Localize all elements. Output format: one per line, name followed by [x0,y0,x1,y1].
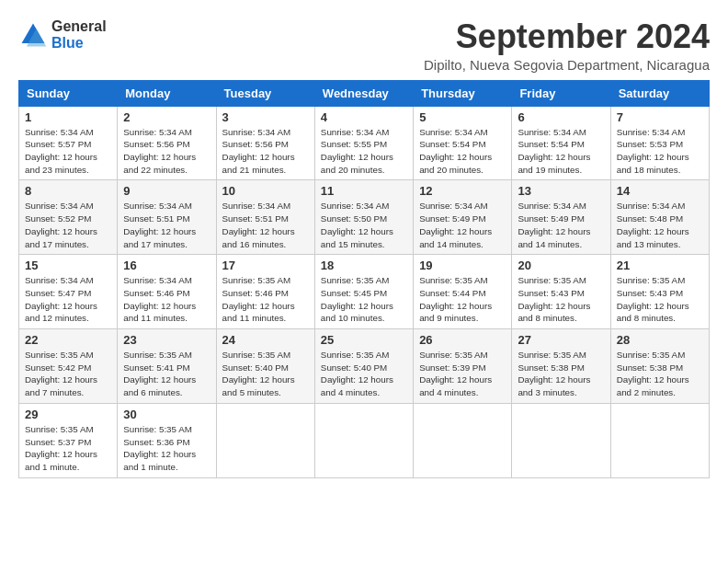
day-number: 8 [25,184,111,198]
day-info: Sunrise: 5:35 AMSunset: 5:42 PMDaylight:… [25,349,111,399]
day-info: Sunrise: 5:35 AMSunset: 5:41 PMDaylight:… [123,349,210,399]
day-number: 24 [222,333,309,347]
day-number: 20 [518,259,604,272]
day-number: 16 [123,259,210,272]
day-number: 11 [321,184,407,198]
header-saturday: Saturday [610,80,709,106]
day-number: 28 [617,333,703,347]
day-info: Sunrise: 5:35 AMSunset: 5:37 PMDaylight:… [25,423,111,474]
calendar-cell: 14Sunrise: 5:34 AMSunset: 5:48 PMDayligh… [610,180,709,255]
day-info: Sunrise: 5:34 AMSunset: 5:52 PMDaylight:… [25,200,111,250]
header-tuesday: Tuesday [216,80,314,106]
calendar-cell [314,403,413,477]
day-info: Sunrise: 5:35 AMSunset: 5:43 PMDaylight:… [518,274,604,325]
day-number: 10 [222,184,309,198]
day-info: Sunrise: 5:34 AMSunset: 5:54 PMDaylight:… [518,126,604,177]
header-sunday: Sunday [19,80,118,106]
day-info: Sunrise: 5:34 AMSunset: 5:53 PMDaylight:… [617,126,703,177]
day-number: 27 [518,333,604,347]
day-number: 2 [123,110,210,124]
calendar-cell: 16Sunrise: 5:34 AMSunset: 5:46 PMDayligh… [118,255,216,329]
calendar-cell: 6Sunrise: 5:34 AMSunset: 5:54 PMDaylight… [512,106,610,180]
day-info: Sunrise: 5:34 AMSunset: 5:46 PMDaylight:… [123,274,210,325]
logo-blue: Blue [51,35,107,52]
day-number: 7 [617,110,703,124]
day-info: Sunrise: 5:35 AMSunset: 5:36 PMDaylight:… [123,423,210,474]
calendar-cell: 17Sunrise: 5:35 AMSunset: 5:46 PMDayligh… [216,255,314,329]
calendar-cell [216,403,314,477]
day-number: 5 [419,110,506,124]
day-number: 23 [123,333,210,347]
calendar-cell: 9Sunrise: 5:34 AMSunset: 5:51 PMDaylight… [118,180,216,255]
day-number: 21 [617,259,703,272]
day-number: 18 [321,259,407,272]
logo-general: General [51,18,107,35]
header-thursday: Thursday [414,80,512,106]
title-block: September 2024 Dipilto, Nueva Segovia De… [424,18,710,73]
calendar-cell [414,403,512,477]
day-info: Sunrise: 5:34 AMSunset: 5:57 PMDaylight:… [25,126,111,177]
day-info: Sunrise: 5:34 AMSunset: 5:51 PMDaylight:… [123,200,210,250]
calendar-cell: 19Sunrise: 5:35 AMSunset: 5:44 PMDayligh… [414,255,512,329]
day-number: 1 [25,110,111,124]
day-number: 9 [123,184,210,198]
day-number: 26 [419,333,506,347]
calendar-cell: 3Sunrise: 5:34 AMSunset: 5:56 PMDaylight… [216,106,314,180]
day-number: 29 [25,408,111,421]
day-info: Sunrise: 5:35 AMSunset: 5:44 PMDaylight:… [419,274,506,325]
day-info: Sunrise: 5:34 AMSunset: 5:47 PMDaylight:… [25,274,111,325]
calendar-cell [610,403,709,477]
calendar-cell: 13Sunrise: 5:34 AMSunset: 5:49 PMDayligh… [512,180,610,255]
day-info: Sunrise: 5:34 AMSunset: 5:56 PMDaylight:… [222,126,309,177]
calendar-week-1: 1Sunrise: 5:34 AMSunset: 5:57 PMDaylight… [19,106,710,180]
calendar-cell: 11Sunrise: 5:34 AMSunset: 5:50 PMDayligh… [314,180,413,255]
day-number: 14 [617,184,703,198]
calendar-cell: 12Sunrise: 5:34 AMSunset: 5:49 PMDayligh… [414,180,512,255]
day-info: Sunrise: 5:34 AMSunset: 5:56 PMDaylight:… [123,126,210,177]
logo-icon [18,20,48,50]
page-header: General Blue September 2024 Dipilto, Nue… [18,18,710,73]
calendar-cell [512,403,610,477]
day-info: Sunrise: 5:35 AMSunset: 5:40 PMDaylight:… [222,349,309,399]
day-number: 12 [419,184,506,198]
calendar-cell: 18Sunrise: 5:35 AMSunset: 5:45 PMDayligh… [314,255,413,329]
calendar-cell: 4Sunrise: 5:34 AMSunset: 5:55 PMDaylight… [314,106,413,180]
day-number: 22 [25,333,111,347]
calendar-week-5: 29Sunrise: 5:35 AMSunset: 5:37 PMDayligh… [19,403,710,477]
day-info: Sunrise: 5:34 AMSunset: 5:54 PMDaylight:… [419,126,506,177]
calendar-cell: 10Sunrise: 5:34 AMSunset: 5:51 PMDayligh… [216,180,314,255]
day-number: 3 [222,110,309,124]
calendar-cell: 23Sunrise: 5:35 AMSunset: 5:41 PMDayligh… [118,329,216,404]
day-info: Sunrise: 5:35 AMSunset: 5:40 PMDaylight:… [321,349,407,399]
calendar-week-4: 22Sunrise: 5:35 AMSunset: 5:42 PMDayligh… [19,329,710,404]
calendar-week-2: 8Sunrise: 5:34 AMSunset: 5:52 PMDaylight… [19,180,710,255]
calendar-cell: 27Sunrise: 5:35 AMSunset: 5:38 PMDayligh… [512,329,610,404]
calendar-cell: 1Sunrise: 5:34 AMSunset: 5:57 PMDaylight… [19,106,118,180]
day-info: Sunrise: 5:35 AMSunset: 5:43 PMDaylight:… [617,274,703,325]
logo-text: General Blue [51,18,107,51]
header-monday: Monday [118,80,216,106]
day-number: 6 [518,110,604,124]
calendar-cell: 25Sunrise: 5:35 AMSunset: 5:40 PMDayligh… [314,329,413,404]
day-info: Sunrise: 5:35 AMSunset: 5:38 PMDaylight:… [518,349,604,399]
day-info: Sunrise: 5:34 AMSunset: 5:49 PMDaylight:… [518,200,604,250]
day-number: 17 [222,259,309,272]
month-title: September 2024 [424,18,710,55]
calendar-cell: 26Sunrise: 5:35 AMSunset: 5:39 PMDayligh… [414,329,512,404]
calendar-cell: 2Sunrise: 5:34 AMSunset: 5:56 PMDaylight… [118,106,216,180]
day-info: Sunrise: 5:34 AMSunset: 5:55 PMDaylight:… [321,126,407,177]
calendar-cell: 7Sunrise: 5:34 AMSunset: 5:53 PMDaylight… [610,106,709,180]
day-info: Sunrise: 5:34 AMSunset: 5:48 PMDaylight:… [617,200,703,250]
day-info: Sunrise: 5:35 AMSunset: 5:46 PMDaylight:… [222,274,309,325]
calendar-cell: 5Sunrise: 5:34 AMSunset: 5:54 PMDaylight… [414,106,512,180]
day-info: Sunrise: 5:35 AMSunset: 5:38 PMDaylight:… [617,349,703,399]
day-number: 4 [321,110,407,124]
calendar-cell: 20Sunrise: 5:35 AMSunset: 5:43 PMDayligh… [512,255,610,329]
day-number: 13 [518,184,604,198]
header-wednesday: Wednesday [314,80,413,106]
location-title: Dipilto, Nueva Segovia Department, Nicar… [424,57,710,73]
day-info: Sunrise: 5:34 AMSunset: 5:49 PMDaylight:… [419,200,506,250]
day-number: 15 [25,259,111,272]
calendar-cell: 29Sunrise: 5:35 AMSunset: 5:37 PMDayligh… [19,403,118,477]
calendar-cell: 24Sunrise: 5:35 AMSunset: 5:40 PMDayligh… [216,329,314,404]
